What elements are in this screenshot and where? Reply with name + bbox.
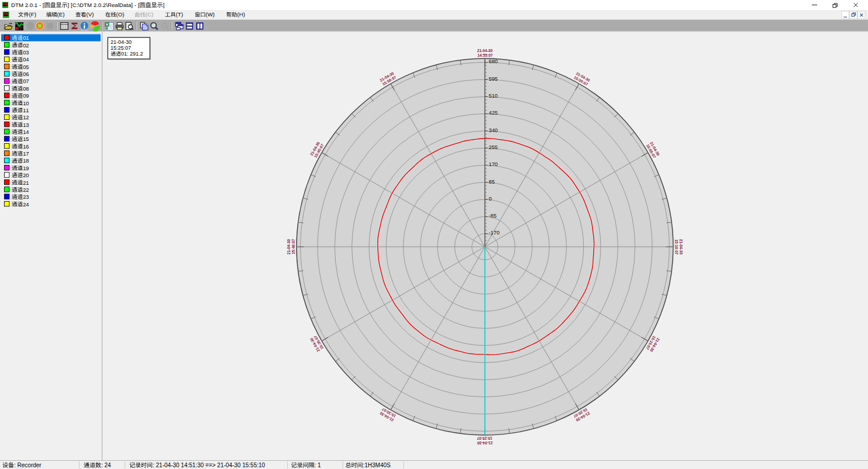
svg-text:DTM 2.0.1 - [: DTM 2.0.1 - [ [11, 2, 44, 8]
svg-text:(W): (W) [206, 11, 215, 18]
svg-text:170: 170 [489, 161, 498, 167]
svg-text:12: 12 [23, 115, 29, 120]
svg-text:0: 0 [489, 196, 492, 202]
svg-text:08: 08 [23, 86, 29, 92]
svg-text:24: 24 [23, 202, 29, 208]
svg-text:: Recorder: : Recorder [14, 462, 42, 468]
svg-text:15:25:07: 15:25:07 [477, 436, 492, 440]
svg-text:: 24: : 24 [101, 462, 111, 468]
svg-text:680: 680 [489, 58, 498, 64]
svg-text:19: 19 [23, 165, 29, 171]
svg-text:04: 04 [23, 57, 29, 63]
svg-text:85: 85 [489, 179, 495, 185]
svg-text:22: 22 [23, 187, 29, 193]
svg-text:21: 21 [23, 180, 29, 186]
svg-text:02: 02 [23, 43, 29, 49]
svg-text:21-04-30: 21-04-30 [679, 239, 683, 255]
svg-text:21-04-30: 21-04-30 [287, 239, 291, 254]
svg-text:-85: -85 [489, 213, 497, 219]
svg-text:(V): (V) [87, 11, 94, 18]
svg-text:(H): (H) [237, 11, 245, 18]
svg-text:(T): (T) [176, 11, 183, 18]
svg-text:15:10:07: 15:10:07 [674, 239, 678, 255]
svg-text:10: 10 [23, 101, 29, 106]
svg-text::1H3M40S: :1H3M40S [363, 462, 391, 468]
svg-text:07: 07 [23, 78, 29, 84]
svg-text:06: 06 [23, 71, 29, 77]
svg-text:]: ] [163, 2, 165, 8]
svg-text:03: 03 [23, 50, 29, 56]
svg-text:01: 01 [23, 35, 29, 41]
svg-text:21-04-30: 21-04-30 [477, 441, 492, 445]
svg-text:21-04-30: 21-04-30 [111, 39, 132, 45]
svg-text:16: 16 [23, 144, 29, 150]
svg-text:(E): (E) [57, 11, 65, 18]
svg-text:11: 11 [23, 108, 29, 113]
svg-text:(O): (O) [116, 11, 125, 18]
svg-text:20: 20 [23, 173, 29, 178]
svg-text:] [C:\DTM 2.0.2\RealData] - [: ] [C:\DTM 2.0.2\RealData] - [ [68, 2, 140, 8]
svg-text:17: 17 [23, 151, 29, 157]
svg-text:15:40:07: 15:40:07 [291, 239, 295, 254]
svg-text:: 1: : 1 [315, 462, 322, 468]
svg-text:21-04-30: 21-04-30 [477, 49, 493, 53]
svg-text:425: 425 [489, 110, 498, 116]
svg-text:-170: -170 [489, 230, 500, 236]
svg-text:01: 291.2: 01: 291.2 [121, 51, 143, 57]
svg-text:14: 14 [23, 129, 29, 135]
svg-text:15: 15 [23, 136, 29, 142]
svg-text:09: 09 [23, 93, 29, 99]
svg-text:14:55:07: 14:55:07 [477, 53, 493, 57]
svg-text:510: 510 [489, 93, 498, 99]
svg-text:23: 23 [23, 194, 29, 200]
svg-text:255: 255 [489, 144, 498, 150]
svg-text:595: 595 [489, 76, 498, 82]
svg-text:(C): (C) [146, 11, 153, 18]
svg-text:05: 05 [23, 64, 29, 70]
svg-text:18: 18 [23, 158, 29, 164]
svg-text:13: 13 [23, 122, 29, 128]
svg-text:340: 340 [489, 127, 498, 133]
svg-text:: 21-04-30 14:51:30 ==> 21-04-: : 21-04-30 14:51:30 ==> 21-04-30 15:55:1… [153, 462, 266, 468]
svg-text:(F): (F) [29, 11, 36, 18]
svg-text:15:25:07: 15:25:07 [111, 45, 131, 51]
